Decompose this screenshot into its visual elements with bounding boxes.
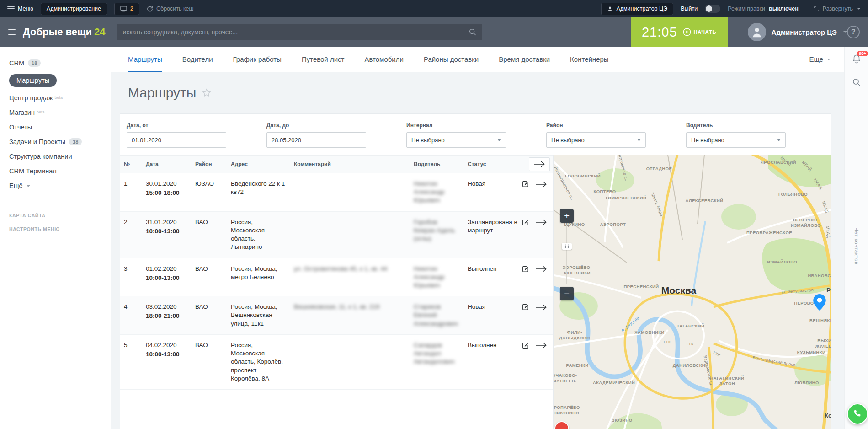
date-to-input[interactable] <box>266 132 366 148</box>
table-row[interactable]: 301.02.202010:00-13:00ВАОРоссия, Москва,… <box>120 258 554 296</box>
map[interactable]: ОТРАДНОЕЯРОСЛАВСКИЙГОЛОВИНСКИЙКОПТЕВОТИМ… <box>554 155 831 429</box>
expand-label: Развернуть <box>823 5 853 12</box>
tab-waybill[interactable]: Путевой лист <box>302 47 345 72</box>
timer-start-button[interactable]: НАЧАТЬ <box>683 28 717 36</box>
sidebar-item-sales-center[interactable]: Центр продажbeta <box>0 91 111 105</box>
global-search[interactable] <box>117 24 482 40</box>
worktime-timer[interactable]: 21:05 НАЧАТЬ <box>631 17 728 47</box>
administration-button[interactable]: Администрирование <box>41 3 107 15</box>
edit-row-button[interactable] <box>521 265 530 273</box>
zoom-in-button[interactable]: + <box>560 209 574 223</box>
table-row[interactable]: 504.02.202010:00-13:00ВАОРоссия, Московс… <box>120 334 554 389</box>
admin-user-button[interactable]: Администратор ЦЭ <box>601 3 673 15</box>
cell-date: 03.02.202018:00-21:00 <box>142 296 192 335</box>
sidebar-item-shop[interactable]: Магазинbeta <box>0 105 111 120</box>
current-user-menu[interactable]: Администратор ЦЭ <box>748 23 847 41</box>
sidebar-item-company-structure[interactable]: Структура компании <box>0 149 111 164</box>
table-header-row: №ДатаРайонАдресКомментарийВодительСтатус <box>120 156 554 173</box>
table-row[interactable]: 130.01.202015:00-18:00ЮЗАОВведенского 22… <box>120 173 554 212</box>
tab-work-schedule[interactable]: График работы <box>233 47 282 72</box>
tab-drivers[interactable]: Водители <box>182 47 213 72</box>
edit-row-button[interactable] <box>521 180 530 188</box>
tab-delivery-time[interactable]: Время доставки <box>499 47 550 72</box>
edit-row-button[interactable] <box>521 303 530 311</box>
logout-button[interactable]: Выйти <box>681 5 698 12</box>
arrow-right-icon <box>536 304 547 311</box>
sidebar-item-crm-terminal[interactable]: CRM Терминал <box>0 164 111 178</box>
open-row-button[interactable] <box>536 304 547 311</box>
tab-containers[interactable]: Контейнеры <box>570 47 609 72</box>
driver-select[interactable]: Не выбрано <box>686 132 786 148</box>
blurred-driver-name: Горобов Кемран Адиль (оглы) <box>414 219 455 242</box>
expand-icon <box>814 6 820 12</box>
cell-actions <box>522 211 554 258</box>
favorite-star-icon[interactable] <box>202 88 212 98</box>
sidebar-item-label: Ещё <box>9 182 23 189</box>
reset-cache-button[interactable]: Сбросить кеш <box>147 5 194 12</box>
open-row-button[interactable] <box>536 219 547 226</box>
sidebar-item-more[interactable]: Ещё <box>0 178 111 193</box>
help-button[interactable]: ? <box>847 26 860 38</box>
notifications-button[interactable]: 99+ <box>852 54 862 66</box>
global-search-input[interactable] <box>122 28 469 36</box>
table-row[interactable]: 403.02.202018:00-21:00ВАОРоссия, Москва,… <box>120 296 554 335</box>
cell-district: ВАО <box>192 258 227 296</box>
sidebar-item-routes[interactable]: Маршруты <box>0 70 111 91</box>
date-from-input[interactable] <box>127 132 226 148</box>
sidebar-item-crm[interactable]: CRM18 <box>0 56 111 70</box>
column-header: № <box>120 156 142 173</box>
rail-search-button[interactable] <box>852 78 861 89</box>
interval-select[interactable]: Не выбрано <box>406 132 506 148</box>
sidebar: CRM18МаршрутыЦентр продажbetaМагазинbeta… <box>0 47 111 429</box>
tab-routes[interactable]: Маршруты <box>128 47 162 72</box>
sidebar-item-label: Маршруты <box>9 74 57 87</box>
notifications-badge: 99+ <box>857 51 868 56</box>
cell-driver: Никитин Александр Юрьевич <box>410 173 464 212</box>
cell-driver: Сапардов Автандил Автандилович <box>410 334 464 389</box>
sidebar-item-tasks-projects[interactable]: Задачи и Проекты18 <box>0 134 111 149</box>
tabs-more-button[interactable]: Еще <box>809 55 831 63</box>
expand-button[interactable]: Развернуть <box>814 5 861 12</box>
zoom-out-button[interactable]: − <box>560 287 574 300</box>
map-pin[interactable] <box>813 294 826 312</box>
cell-address: Введенского 22 к 1 кв72 <box>227 173 290 212</box>
sidebar-toggle-button[interactable] <box>8 29 16 35</box>
district-select[interactable]: Не выбрано <box>546 132 646 148</box>
telephony-button[interactable] <box>847 403 868 424</box>
page-head: Маршруты <box>111 72 844 113</box>
edit-icon <box>521 265 530 273</box>
sidebar-item-label: Структура компании <box>9 153 72 160</box>
person-icon <box>751 27 762 38</box>
expand-map-button[interactable] <box>529 157 550 171</box>
edit-mode-toggle[interactable] <box>705 5 720 13</box>
edit-mode-label: Режим правки <box>728 5 765 12</box>
date-value: 01.02.2020 <box>146 265 177 272</box>
arrow-right-icon <box>536 342 547 349</box>
sidebar-link-sitemap[interactable]: КАРТА САЙТА <box>0 209 111 222</box>
main-content: МаршрутыВодителиГрафик работыПутевой лис… <box>111 47 844 429</box>
table-body: 130.01.202015:00-18:00ЮЗАОВведенского 22… <box>120 173 554 390</box>
app-logo[interactable]: Добрые вещи24 <box>23 26 106 38</box>
tab-cars[interactable]: Автомобили <box>364 47 403 72</box>
open-row-button[interactable] <box>536 181 547 188</box>
cell-comment: ул. Островитянова 45, к 1, кв. 44 <box>290 258 410 296</box>
edit-row-button[interactable] <box>521 341 530 350</box>
tab-delivery-districts[interactable]: Районы доставки <box>424 47 479 72</box>
open-row-button[interactable] <box>536 342 547 349</box>
table-row[interactable]: 231.01.202010:00-13:00ВАОРоссия, Московс… <box>120 211 554 258</box>
help-label: ? <box>851 28 856 36</box>
edit-row-button[interactable] <box>521 218 530 227</box>
sidebar-link-configure-menu[interactable]: НАСТРОИТЬ МЕНЮ <box>0 222 111 236</box>
background-processes-button[interactable]: 2 <box>114 3 139 15</box>
cell-date: 30.01.202015:00-18:00 <box>142 173 192 212</box>
admin-menu-button[interactable]: Меню <box>7 5 33 12</box>
filter-label: Район <box>546 122 646 129</box>
zoom-slider-handle[interactable] <box>562 243 572 250</box>
sidebar-item-reports[interactable]: Отчеты <box>0 120 111 134</box>
cell-comment: Вешняковская, 11, к 1, кв. 219 <box>290 296 410 335</box>
no-contacts-label: Нет контактов <box>854 227 859 265</box>
blurred-driver-name: Никитин Александр Юрьевич <box>414 180 445 204</box>
open-row-button[interactable] <box>536 265 547 273</box>
admin-menu-label: Меню <box>18 5 33 12</box>
select-value: Не выбрано <box>691 137 724 144</box>
